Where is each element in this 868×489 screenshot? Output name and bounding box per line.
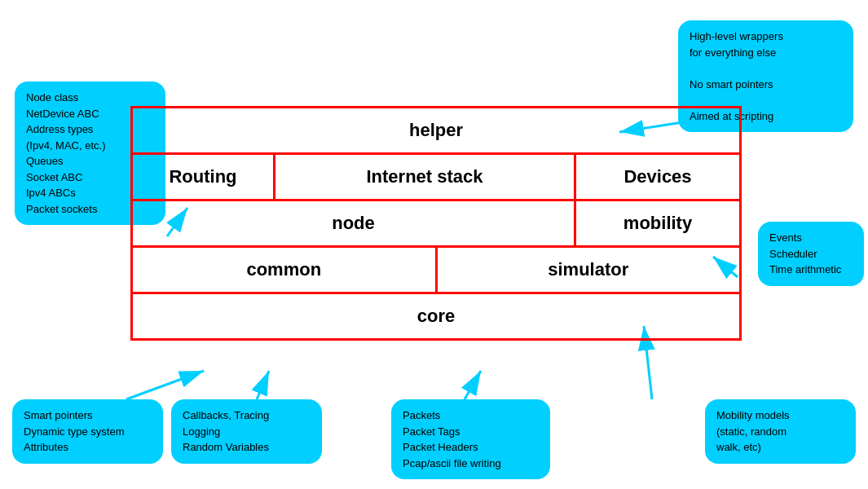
- svg-line-6: [465, 371, 481, 399]
- arch-cell-common: common: [133, 248, 438, 292]
- svg-line-5: [257, 371, 269, 399]
- bubble-bottom-left1-text: Smart pointers Dynamic type system Attri…: [24, 409, 125, 453]
- arch-container: helper Routing Internet stack Devices no…: [130, 106, 742, 341]
- arch-cell-internet-stack: Internet stack: [275, 155, 576, 199]
- arch-row-core: core: [133, 294, 739, 338]
- arch-cell-mobility: mobility: [576, 201, 739, 245]
- arch-row-helper: helper: [133, 108, 739, 155]
- arch-row-bottom: common simulator: [133, 248, 739, 294]
- bubble-bottom-mid-text: Packets Packet Tags Packet Headers Pcap/…: [403, 409, 501, 469]
- arch-cell-core: core: [133, 294, 739, 338]
- arch-cell-routing: Routing: [133, 155, 275, 199]
- arch-cell-devices: Devices: [576, 155, 739, 199]
- arch-cell-simulator: simulator: [438, 248, 740, 292]
- bubble-right: Events Scheduler Time arithmetic: [758, 222, 864, 286]
- bubble-right-text: Events Scheduler Time arithmetic: [769, 231, 841, 275]
- bubble-bottom-left2: Callbacks, Tracing Logging Random Variab…: [171, 399, 322, 464]
- bubble-bottom-mid: Packets Packet Tags Packet Headers Pcap/…: [391, 399, 550, 479]
- bubble-bottom-right: Mobility models (static, random walk, et…: [705, 399, 856, 464]
- bubble-top-left-text: Node class NetDevice ABC Address types (…: [26, 91, 106, 215]
- bubble-bottom-right-text: Mobility models (static, random walk, et…: [716, 409, 790, 453]
- bubble-bottom-left1: Smart pointers Dynamic type system Attri…: [12, 399, 163, 464]
- arch-row-mid: Routing Internet stack Devices: [133, 155, 739, 201]
- svg-line-4: [126, 371, 204, 399]
- bubble-bottom-left2-text: Callbacks, Tracing Logging Random Variab…: [183, 409, 269, 453]
- arch-row-node: node mobility: [133, 201, 739, 248]
- arch-cell-node: node: [133, 201, 576, 245]
- arch-cell-helper: helper: [133, 108, 739, 152]
